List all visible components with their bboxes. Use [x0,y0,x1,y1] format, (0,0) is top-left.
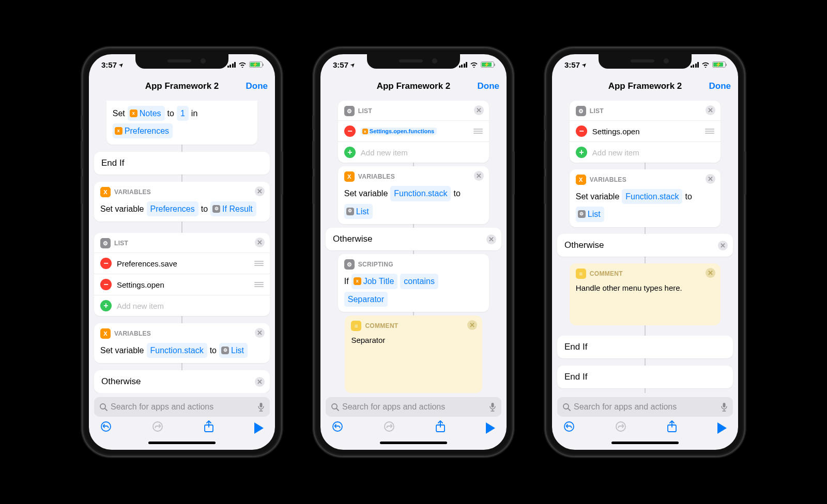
comment-card[interactable]: ≡ COMMENT ✕ Handle other menu types here… [570,263,721,325]
close-icon[interactable]: ✕ [706,268,715,278]
list-card[interactable]: ⚙ LIST ✕ − Settings.open + Add new item [570,101,721,163]
token-notes[interactable]: xNotes [128,106,165,121]
token-preferences[interactable]: xPreferences [113,123,173,138]
delete-icon[interactable]: − [100,258,112,269]
variables-card[interactable]: x VARIABLES ✕ Set variable Function.stac… [338,166,489,224]
add-item-row[interactable]: + Add new item [94,295,270,316]
token-list[interactable]: ⚙List [576,207,604,222]
set-dictionary-card[interactable]: Set xNotes to 1 in xPreferences [106,101,257,145]
mic-icon[interactable] [489,402,496,412]
list-item[interactable]: − xSettings.open.functions [338,120,489,141]
otherwise-card[interactable]: Otherwise ✕ [326,228,501,250]
close-icon[interactable]: ✕ [467,320,477,330]
drag-handle-icon[interactable] [473,129,483,134]
play-button[interactable] [717,422,727,434]
add-icon[interactable]: + [344,147,356,158]
token-job-title[interactable]: xJob Title [351,274,398,289]
undo-button[interactable] [332,421,343,435]
comment-text[interactable]: Handle other menu types here. [576,283,714,293]
search-input[interactable]: Search for apps and actions [94,397,270,417]
undo-button[interactable] [563,421,575,435]
mute-switch[interactable] [312,115,314,130]
volume-up-button[interactable] [312,141,314,169]
token-list[interactable]: ⚙List [219,343,248,358]
search-input[interactable]: Search for apps and actions [557,397,733,417]
add-icon[interactable]: + [100,300,112,311]
add-item-row[interactable]: + Add new item [338,141,489,163]
list-card[interactable]: ⚙ LIST ✕ − Preferences.save − Settings.o… [94,233,270,316]
otherwise-card[interactable]: Otherwise ✕ [94,370,270,393]
drag-handle-icon[interactable] [254,261,264,266]
token-if-result[interactable]: ⚙If Result [210,201,256,216]
token-var-name[interactable]: Function.stack [622,189,682,204]
list-card[interactable]: ⚙ LIST ✕ − xSettings.open.functions + Ad… [338,101,489,163]
token-contains[interactable]: contains [400,274,438,289]
mic-icon[interactable] [721,402,728,412]
variables-card[interactable]: x VARIABLES ✕ Set variable Function.stac… [570,169,721,227]
power-button[interactable] [513,151,515,195]
otherwise-card[interactable]: Otherwise ✕ [557,234,733,257]
home-indicator[interactable] [320,439,507,450]
volume-down-button[interactable] [312,176,314,204]
if-card[interactable]: ⚙ SCRIPTING If xJob Title contains Separ… [338,254,489,311]
end-if-card[interactable]: End If [557,366,733,388]
comment-card[interactable]: ≡ COMMENT ✕ Separator [345,316,482,393]
list-item[interactable]: − Settings.open [94,274,270,295]
close-icon[interactable]: ✕ [255,328,265,338]
end-if-card[interactable]: End If [557,336,733,358]
workflow-canvas[interactable]: Set xNotes to 1 in xPreferences End If x… [89,98,275,393]
home-indicator[interactable] [552,439,738,450]
home-indicator[interactable] [89,439,275,450]
share-button[interactable] [435,420,446,436]
mute-switch[interactable] [81,115,83,130]
delete-icon[interactable]: − [576,125,587,137]
phone-2: 3:57 ➤ ⚡ App Framework 2 Done ⚙ LIST ✕ [314,48,513,456]
share-button[interactable] [667,420,677,436]
drag-handle-icon[interactable] [254,282,264,287]
list-item[interactable]: − Settings.open [570,120,721,141]
token-settings-open-functions[interactable]: xSettings.open.functions [361,128,437,135]
search-input[interactable]: Search for apps and actions [326,397,501,417]
close-icon[interactable]: ✕ [486,234,496,244]
play-button[interactable] [254,422,264,434]
variables-card[interactable]: x VARIABLES ✕ Set variable Preferences t… [94,182,270,222]
power-button[interactable] [281,151,283,195]
add-item-row[interactable]: + Add new item [570,141,721,163]
token-one[interactable]: 1 [177,106,189,121]
close-icon[interactable]: ✕ [255,377,265,387]
share-button[interactable] [204,420,214,436]
done-button[interactable]: Done [478,81,500,91]
workflow-canvas[interactable]: ⚙ LIST ✕ − Settings.open + Add new item … [552,98,738,393]
token-var-name[interactable]: Function.stack [390,186,451,201]
workflow-canvas[interactable]: ⚙ LIST ✕ − xSettings.open.functions + Ad… [320,98,507,393]
token-var-name[interactable]: Function.stack [147,343,207,358]
drag-handle-icon[interactable] [705,129,714,134]
token-list[interactable]: ⚙List [344,204,373,219]
list-item[interactable]: − Preferences.save [94,253,270,274]
svg-line-7 [336,408,339,411]
volume-down-button[interactable] [544,176,546,204]
power-button[interactable] [744,151,746,195]
volume-up-button[interactable] [544,141,546,169]
end-if-card[interactable]: End If [94,152,270,175]
mic-icon[interactable] [257,402,265,412]
close-icon[interactable]: ✕ [255,238,265,247]
delete-icon[interactable]: − [344,125,356,137]
delete-icon[interactable]: − [100,279,112,290]
variables-card[interactable]: x VARIABLES ✕ Set variable Function.stac… [94,323,270,363]
done-button[interactable]: Done [246,81,268,91]
token-var-name[interactable]: Preferences [147,201,198,216]
add-icon[interactable]: + [576,147,587,158]
token-separator[interactable]: Separator [344,292,388,307]
volume-down-button[interactable] [81,176,83,204]
close-icon[interactable]: ✕ [718,241,728,250]
volume-up-button[interactable] [81,141,83,169]
svg-rect-2 [260,403,263,407]
play-button[interactable] [486,422,495,434]
location-icon: ➤ [580,61,587,68]
done-button[interactable]: Done [709,81,731,91]
comment-text[interactable]: Separator [351,335,476,345]
mute-switch[interactable] [544,115,546,130]
undo-button[interactable] [100,421,112,435]
close-icon[interactable]: ✕ [255,186,265,196]
